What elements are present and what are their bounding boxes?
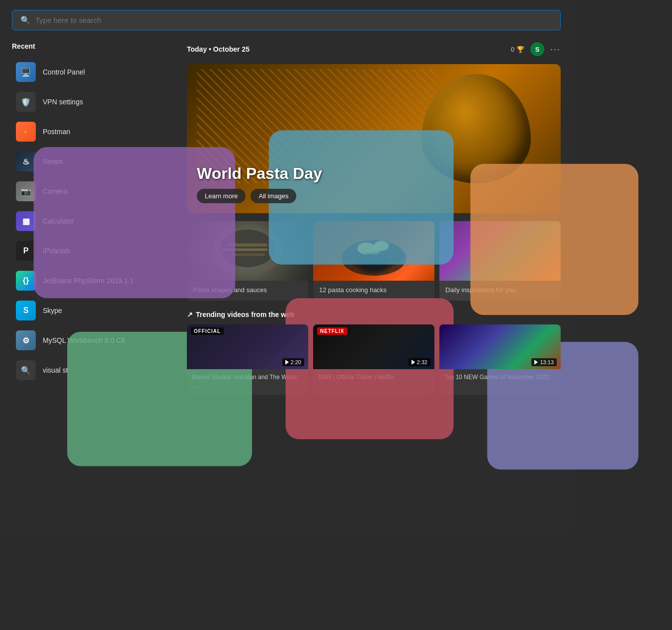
video-thumbnail-0: OFFICIAL 2:20 bbox=[187, 324, 308, 369]
video-duration-1: 2:32 bbox=[409, 358, 430, 366]
app-container: 🔍 Recent 🖥️ Control Panel 🛡️ VPN setting… bbox=[0, 0, 573, 531]
cards-row: Pasta shapes and sauces 12 pasta cooking… bbox=[187, 221, 561, 301]
right-content: Today • October 25 0 🏆 S ··· bbox=[187, 42, 561, 531]
video-thumbnail-2: 13:13 bbox=[439, 324, 561, 369]
video-badge-0: OFFICIAL bbox=[191, 327, 224, 335]
card-daily-inspirations[interactable]: Daily inspirations for you bbox=[439, 221, 561, 301]
svg-rect-14 bbox=[439, 298, 454, 301]
video-thumbnail-1: NETFLIX 2:32 bbox=[313, 324, 434, 369]
video-duration-2: 13:13 bbox=[531, 358, 557, 366]
video-badge-1: NETFLIX bbox=[317, 327, 347, 335]
learn-more-button[interactable]: Learn more bbox=[197, 189, 246, 203]
play-icon-2 bbox=[534, 360, 538, 365]
svg-rect-12 bbox=[470, 221, 561, 301]
svg-rect-11 bbox=[439, 221, 454, 265]
hero-title: World Pasta Day bbox=[197, 164, 322, 183]
main-layout: Recent 🖥️ Control Panel 🛡️ VPN settings … bbox=[12, 42, 561, 531]
all-images-button[interactable]: All images bbox=[251, 189, 296, 203]
play-icon-0 bbox=[285, 360, 289, 365]
hero-text-block: World Pasta Day Learn more All images bbox=[197, 164, 322, 203]
card-image-daily-inspirations bbox=[439, 221, 561, 281]
video-duration-0: 2:20 bbox=[282, 358, 304, 366]
play-icon-1 bbox=[412, 360, 415, 365]
hero-buttons: Learn more All images bbox=[197, 189, 322, 203]
